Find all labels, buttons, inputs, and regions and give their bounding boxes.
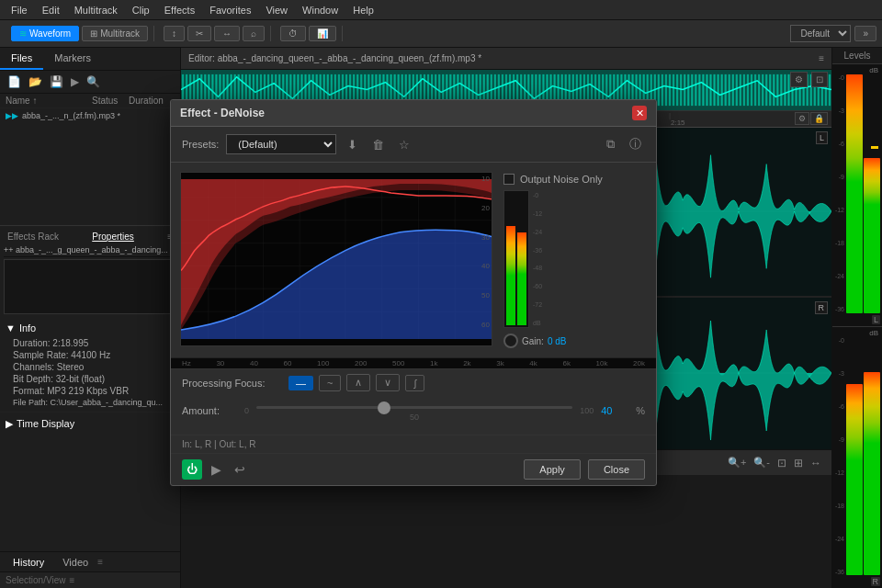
overview-zoom-btn[interactable]: ⊡	[811, 72, 828, 87]
proc-focus-gentle[interactable]: ~	[319, 375, 341, 391]
files-tab[interactable]: Files	[0, 48, 43, 70]
menu-multitrack[interactable]: Multitrack	[67, 3, 125, 17]
menu-effects[interactable]: Effects	[157, 3, 202, 17]
dialog-close-btn[interactable]: ✕	[632, 106, 647, 120]
preset-save-btn[interactable]: ⬇	[344, 136, 361, 153]
apply-btn[interactable]: Apply	[524, 459, 581, 480]
time-display-header[interactable]: ▶ Time Display	[6, 416, 175, 432]
ruler-settings-btn[interactable]: ⚙	[795, 112, 809, 125]
db-label-bottom: dB	[834, 329, 880, 337]
l-badge: L	[872, 315, 880, 324]
editor-title: Editor: abba_-_dancing_queen_-_abba_-_da…	[188, 53, 811, 63]
info-header[interactable]: ▼ Info	[6, 321, 175, 337]
dialog-loop-btn[interactable]: ↩	[231, 460, 249, 479]
menubar: File Edit Multitrack Clip Effects Favori…	[0, 0, 882, 20]
overview-settings-btn[interactable]: ⚙	[790, 72, 808, 87]
db-scale-top: -0-3-6-9-12-18-24-36	[834, 74, 845, 313]
time-display-section: ▶ Time Display	[0, 412, 180, 435]
video-tab[interactable]: Video	[53, 555, 97, 570]
save-file-btn[interactable]: 💾	[48, 74, 65, 90]
bottom-tabs: History Video ≡	[0, 551, 180, 571]
menu-view[interactable]: View	[258, 3, 295, 17]
preset-options-btn[interactable]: ⧉	[603, 135, 618, 153]
waveform-tab-btn[interactable]: ≋ Waveform	[11, 26, 79, 41]
vu-scale-labels: -0-12-24-36-48-60-72dB	[533, 190, 542, 328]
file-list-header: Name ↑ Status Duration	[0, 94, 180, 108]
amount-slider-container: 50	[256, 400, 572, 422]
properties-label[interactable]: Properties	[92, 232, 134, 242]
waveform-icon: ≋	[19, 28, 27, 39]
new-file-btn[interactable]: 📄	[6, 74, 23, 90]
meter-bar-r-top	[864, 158, 880, 313]
file-name: abba_-_..._n_(zf.fm).mp3 *	[22, 111, 120, 120]
dialog-content: 102030405060 Output Noise Only -0-12-24-…	[171, 163, 656, 357]
preset-delete-btn[interactable]: 🗑	[368, 136, 388, 153]
zoom-out-btn[interactable]: 🔍-	[751, 455, 773, 470]
db-scale-bottom: -0-3-6-9-12-18-24-36	[834, 337, 845, 576]
preset-info-btn[interactable]: ⓘ	[626, 134, 645, 154]
menu-window[interactable]: Window	[295, 3, 345, 17]
workspace-dropdown[interactable]: Default	[790, 25, 851, 42]
fit-view-btn[interactable]: ⊡	[775, 455, 789, 471]
menu-clip[interactable]: Clip	[125, 3, 157, 17]
proc-focus-flat[interactable]: —	[288, 376, 313, 390]
move-tool-btn[interactable]: ↔	[214, 26, 240, 41]
zoom-selection-btn[interactable]: ⊞	[791, 455, 806, 471]
spectrum-btn[interactable]: 📊	[309, 26, 336, 41]
duration-column-header: Duration	[129, 96, 175, 106]
zoom-tool-btn[interactable]: ⌕	[243, 26, 265, 41]
proc-focus-smooth[interactable]: ∫	[405, 375, 424, 391]
ruler-tick-4: 2:15	[669, 119, 685, 127]
open-file-btn[interactable]: 📂	[27, 74, 44, 90]
select-tool-btn[interactable]: ↕	[164, 26, 185, 41]
sample-rate-info: Sample Rate: 44100 Hz	[6, 349, 175, 361]
output-noise-checkbox[interactable]	[503, 174, 514, 185]
amount-min-label: 0	[244, 406, 249, 415]
processing-focus-label: Processing Focus:	[182, 378, 283, 389]
ruler-lock-btn[interactable]: 🔒	[810, 112, 828, 125]
editor-menu-icon[interactable]: ≡	[819, 53, 824, 63]
file-item[interactable]: ▶▶ abba_-_..._n_(zf.fm).mp3 *	[0, 108, 180, 123]
autoplay-btn[interactable]: ▶	[69, 74, 81, 90]
menu-file[interactable]: File	[4, 3, 35, 17]
video-menu-icon[interactable]: ≡	[97, 557, 103, 567]
effects-rack-header: Effects Rack Properties ≡	[4, 230, 176, 243]
gain-label: Gain:	[522, 336, 544, 346]
menu-favorites[interactable]: Favorites	[202, 3, 258, 17]
vu-bar-l	[506, 226, 515, 325]
filepath-info: File Path: C:\User_abba_-_dancing_qu...	[6, 397, 175, 408]
r-channel-badge: R	[815, 301, 829, 314]
presets-dropdown[interactable]: (Default)	[226, 134, 336, 154]
file-audio-icon: ▶▶	[6, 111, 18, 120]
track-name: ++ abba_-_..._g_queen_-_abba_-_dancing..…	[4, 243, 176, 257]
menu-help[interactable]: Help	[345, 3, 381, 17]
markers-tab[interactable]: Markers	[43, 48, 102, 70]
expand-btn[interactable]: »	[854, 26, 876, 41]
history-tab[interactable]: History	[4, 555, 53, 570]
zoom-in-btn[interactable]: 🔍+	[725, 455, 749, 470]
amount-slider[interactable]	[256, 406, 572, 409]
info-title: Info	[19, 322, 36, 334]
multitrack-tab-btn[interactable]: ⊞ Multitrack	[82, 26, 148, 41]
close-dialog-btn[interactable]: Close	[588, 459, 645, 480]
gain-row: Gain: 0 dB	[503, 334, 647, 348]
right-panel: Levels dB -0-3-6-9-12-18-24-36 L	[831, 48, 882, 588]
info-section: ▼ Info Duration: 2:18.995 Sample Rate: 4…	[0, 317, 180, 412]
full-view-btn[interactable]: ↔	[808, 455, 824, 471]
razor-tool-btn[interactable]: ✂	[187, 26, 211, 41]
search-btn[interactable]: 🔍	[85, 74, 102, 90]
menu-edit[interactable]: Edit	[35, 3, 67, 17]
multitrack-icon: ⊞	[90, 28, 97, 39]
amount-label: Amount:	[182, 405, 237, 416]
proc-focus-up[interactable]: ∧	[346, 374, 370, 391]
dialog-play-btn[interactable]: ▶	[208, 460, 225, 479]
proc-focus-down[interactable]: ∨	[376, 374, 400, 391]
channels-info: Channels: Stereo	[6, 361, 175, 373]
selection-view-menu[interactable]: ≡	[69, 575, 74, 585]
dialog-power-btn[interactable]: ⏻	[182, 459, 202, 480]
time-tool-btn[interactable]: ⏱	[280, 26, 306, 41]
preset-favorite-btn[interactable]: ☆	[395, 136, 413, 153]
zoom-controls: 🔍+ 🔍- ⊡ ⊞ ↔	[725, 455, 824, 471]
gain-knob[interactable]	[503, 334, 518, 348]
selection-view-bar: Selection/View ≡	[0, 571, 180, 588]
